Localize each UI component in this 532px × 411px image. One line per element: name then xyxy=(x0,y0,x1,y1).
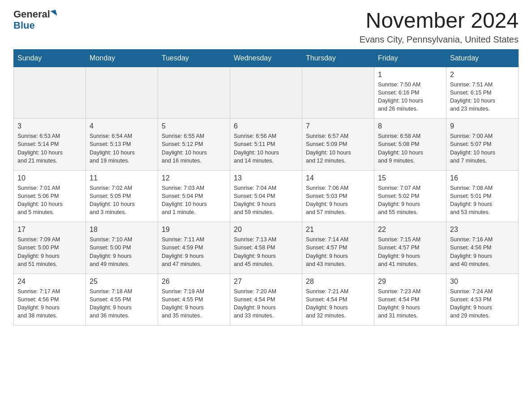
day-info: Sunrise: 7:15 AMSunset: 4:57 PMDaylight:… xyxy=(378,235,442,268)
calendar-cell: 7Sunrise: 6:57 AMSunset: 5:09 PMDaylight… xyxy=(302,119,374,171)
day-info: Sunrise: 7:03 AMSunset: 5:04 PMDaylight:… xyxy=(162,184,226,217)
calendar-cell: 4Sunrise: 6:54 AMSunset: 5:13 PMDaylight… xyxy=(86,119,158,171)
day-number: 10 xyxy=(17,174,82,182)
day-number: 7 xyxy=(306,122,370,130)
calendar-cell: 9Sunrise: 7:00 AMSunset: 5:07 PMDaylight… xyxy=(446,119,519,171)
calendar-cell: 24Sunrise: 7:17 AMSunset: 4:56 PMDayligh… xyxy=(14,274,86,325)
day-number: 21 xyxy=(306,226,370,234)
logo-name-part1: General xyxy=(13,9,50,20)
calendar-cell: 15Sunrise: 7:07 AMSunset: 5:02 PMDayligh… xyxy=(374,170,446,222)
day-number: 18 xyxy=(90,226,154,234)
calendar-cell xyxy=(230,67,302,119)
calendar-header: SundayMondayTuesdayWednesdayThursdayFrid… xyxy=(14,49,519,67)
day-number: 6 xyxy=(234,122,298,130)
day-number: 24 xyxy=(17,278,82,286)
calendar-cell: 21Sunrise: 7:14 AMSunset: 4:57 PMDayligh… xyxy=(302,222,374,274)
logo: General Blue xyxy=(13,9,56,31)
day-number: 3 xyxy=(17,122,82,130)
day-info: Sunrise: 7:00 AMSunset: 5:07 PMDaylight:… xyxy=(450,132,515,165)
weekday-header-monday: Monday xyxy=(86,49,158,67)
calendar-table: SundayMondayTuesdayWednesdayThursdayFrid… xyxy=(13,49,519,326)
day-number: 15 xyxy=(378,174,442,182)
calendar-cell: 29Sunrise: 7:23 AMSunset: 4:54 PMDayligh… xyxy=(374,274,446,325)
day-info: Sunrise: 7:50 AMSunset: 6:16 PMDaylight:… xyxy=(378,81,442,113)
day-number: 20 xyxy=(234,226,298,234)
day-info: Sunrise: 7:17 AMSunset: 4:56 PMDaylight:… xyxy=(17,287,82,320)
calendar-cell xyxy=(86,67,158,119)
day-info: Sunrise: 7:09 AMSunset: 5:00 PMDaylight:… xyxy=(17,235,82,268)
day-number: 9 xyxy=(450,122,515,130)
day-info: Sunrise: 7:18 AMSunset: 4:55 PMDaylight:… xyxy=(90,287,154,320)
weekday-header-row: SundayMondayTuesdayWednesdayThursdayFrid… xyxy=(14,49,519,67)
calendar-cell: 22Sunrise: 7:15 AMSunset: 4:57 PMDayligh… xyxy=(374,222,446,274)
day-info: Sunrise: 7:07 AMSunset: 5:02 PMDaylight:… xyxy=(378,184,442,217)
calendar-week-1: 1Sunrise: 7:50 AMSunset: 6:16 PMDaylight… xyxy=(14,67,519,119)
calendar-week-4: 17Sunrise: 7:09 AMSunset: 5:00 PMDayligh… xyxy=(14,222,519,274)
weekday-header-wednesday: Wednesday xyxy=(230,49,302,67)
calendar-cell: 8Sunrise: 6:58 AMSunset: 5:08 PMDaylight… xyxy=(374,119,446,171)
day-number: 14 xyxy=(306,174,370,182)
day-info: Sunrise: 7:16 AMSunset: 4:56 PMDaylight:… xyxy=(450,235,515,268)
day-info: Sunrise: 7:14 AMSunset: 4:57 PMDaylight:… xyxy=(306,235,370,268)
calendar-cell: 18Sunrise: 7:10 AMSunset: 5:00 PMDayligh… xyxy=(86,222,158,274)
day-info: Sunrise: 7:11 AMSunset: 4:59 PMDaylight:… xyxy=(162,235,226,268)
day-info: Sunrise: 7:20 AMSunset: 4:54 PMDaylight:… xyxy=(234,287,298,320)
weekday-header-friday: Friday xyxy=(374,49,446,67)
calendar-cell: 30Sunrise: 7:24 AMSunset: 4:53 PMDayligh… xyxy=(446,274,519,325)
day-info: Sunrise: 6:53 AMSunset: 5:14 PMDaylight:… xyxy=(17,132,82,165)
calendar-cell xyxy=(302,67,374,119)
calendar-cell: 2Sunrise: 7:51 AMSunset: 6:15 PMDaylight… xyxy=(446,67,519,119)
day-info: Sunrise: 6:57 AMSunset: 5:09 PMDaylight:… xyxy=(306,132,370,165)
logo-arrow-icon xyxy=(50,10,57,17)
calendar-cell: 16Sunrise: 7:08 AMSunset: 5:01 PMDayligh… xyxy=(446,170,519,222)
day-info: Sunrise: 7:06 AMSunset: 5:03 PMDaylight:… xyxy=(306,184,370,217)
calendar-cell: 17Sunrise: 7:09 AMSunset: 5:00 PMDayligh… xyxy=(14,222,86,274)
day-number: 26 xyxy=(162,278,226,286)
day-info: Sunrise: 7:51 AMSunset: 6:15 PMDaylight:… xyxy=(450,81,515,113)
day-info: Sunrise: 7:04 AMSunset: 5:04 PMDaylight:… xyxy=(234,184,298,217)
day-number: 1 xyxy=(378,71,442,79)
calendar-cell: 28Sunrise: 7:21 AMSunset: 4:54 PMDayligh… xyxy=(302,274,374,325)
day-info: Sunrise: 7:19 AMSunset: 4:55 PMDaylight:… xyxy=(162,287,226,320)
calendar-week-2: 3Sunrise: 6:53 AMSunset: 5:14 PMDaylight… xyxy=(14,119,519,171)
day-number: 19 xyxy=(162,226,226,234)
calendar-cell: 6Sunrise: 6:56 AMSunset: 5:11 PMDaylight… xyxy=(230,119,302,171)
day-number: 28 xyxy=(306,278,370,286)
day-number: 13 xyxy=(234,174,298,182)
calendar-cell: 11Sunrise: 7:02 AMSunset: 5:05 PMDayligh… xyxy=(86,170,158,222)
day-number: 29 xyxy=(378,278,442,286)
calendar-cell: 3Sunrise: 6:53 AMSunset: 5:14 PMDaylight… xyxy=(14,119,86,171)
calendar-cell: 20Sunrise: 7:13 AMSunset: 4:58 PMDayligh… xyxy=(230,222,302,274)
logo-name-part2: Blue xyxy=(13,20,35,31)
day-number: 4 xyxy=(90,122,154,130)
day-info: Sunrise: 7:24 AMSunset: 4:53 PMDaylight:… xyxy=(450,287,515,320)
calendar-body: 1Sunrise: 7:50 AMSunset: 6:16 PMDaylight… xyxy=(14,67,519,325)
calendar-cell: 12Sunrise: 7:03 AMSunset: 5:04 PMDayligh… xyxy=(158,170,230,222)
day-info: Sunrise: 6:55 AMSunset: 5:12 PMDaylight:… xyxy=(162,132,226,165)
calendar-cell: 25Sunrise: 7:18 AMSunset: 4:55 PMDayligh… xyxy=(86,274,158,325)
day-number: 16 xyxy=(450,174,515,182)
day-number: 30 xyxy=(450,278,515,286)
weekday-header-sunday: Sunday xyxy=(14,49,86,67)
calendar-cell: 19Sunrise: 7:11 AMSunset: 4:59 PMDayligh… xyxy=(158,222,230,274)
weekday-header-tuesday: Tuesday xyxy=(158,49,230,67)
calendar-cell: 26Sunrise: 7:19 AMSunset: 4:55 PMDayligh… xyxy=(158,274,230,325)
day-number: 17 xyxy=(17,226,82,234)
day-info: Sunrise: 7:13 AMSunset: 4:58 PMDaylight:… xyxy=(234,235,298,268)
day-info: Sunrise: 7:23 AMSunset: 4:54 PMDaylight:… xyxy=(378,287,442,320)
calendar-cell xyxy=(14,67,86,119)
day-number: 27 xyxy=(234,278,298,286)
day-info: Sunrise: 7:01 AMSunset: 5:06 PMDaylight:… xyxy=(17,184,82,217)
calendar-cell: 14Sunrise: 7:06 AMSunset: 5:03 PMDayligh… xyxy=(302,170,374,222)
day-number: 12 xyxy=(162,174,226,182)
day-number: 22 xyxy=(378,226,442,234)
title-area: November 2024 Evans City, Pennsylvania, … xyxy=(360,9,519,45)
day-number: 8 xyxy=(378,122,442,130)
day-number: 5 xyxy=(162,122,226,130)
calendar-cell: 1Sunrise: 7:50 AMSunset: 6:16 PMDaylight… xyxy=(374,67,446,119)
calendar-cell: 5Sunrise: 6:55 AMSunset: 5:12 PMDaylight… xyxy=(158,119,230,171)
day-number: 23 xyxy=(450,226,515,234)
day-info: Sunrise: 6:56 AMSunset: 5:11 PMDaylight:… xyxy=(234,132,298,165)
calendar-cell: 10Sunrise: 7:01 AMSunset: 5:06 PMDayligh… xyxy=(14,170,86,222)
day-info: Sunrise: 6:58 AMSunset: 5:08 PMDaylight:… xyxy=(378,132,442,165)
